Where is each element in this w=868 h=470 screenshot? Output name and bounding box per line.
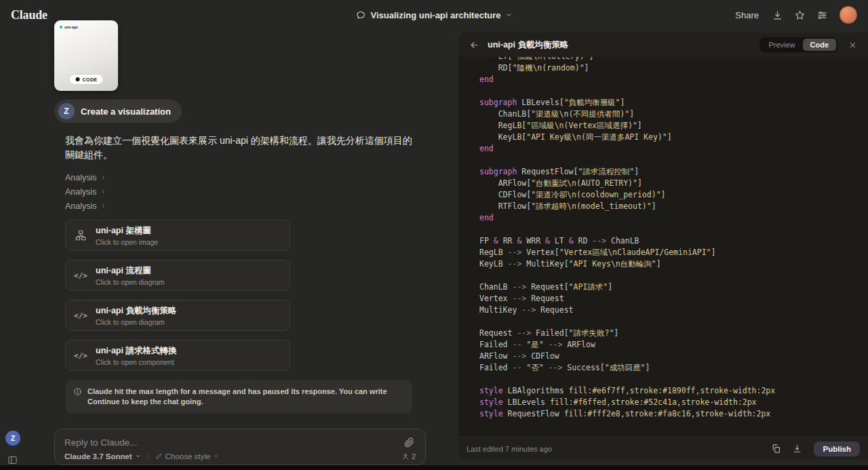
artifact-card-subtitle: Click to open diagram	[96, 318, 176, 326]
preview-code-toggle: Preview Code	[760, 37, 837, 52]
code-line: end	[479, 212, 868, 224]
arrow-left-icon	[469, 40, 479, 50]
style-label: Choose style	[165, 452, 210, 461]
code-line	[479, 224, 868, 235]
copy-icon	[771, 444, 781, 454]
share-button[interactable]: Share	[730, 6, 764, 24]
analysis-toggle[interactable]: Analysis	[65, 184, 426, 199]
sidebar-panel-icon	[7, 455, 18, 465]
composer-input-row	[55, 429, 425, 450]
person-icon	[401, 452, 410, 461]
artifact-card-request-format[interactable]: </> uni-api 請求格式轉換 Click to open compone…	[65, 340, 290, 371]
pen-icon	[155, 452, 163, 460]
max-length-notice: Claude hit the max length for a message …	[65, 380, 412, 414]
user-avatar: Z	[58, 103, 75, 119]
sliders-icon	[816, 9, 828, 21]
close-panel-button[interactable]	[847, 39, 859, 51]
download-code-button[interactable]	[789, 440, 806, 457]
composer-options-row: Claude 3.7 Sonnet Choose style 2	[55, 450, 425, 461]
claude-logo[interactable]: Claude	[11, 8, 47, 22]
composer: Claude 3.7 Sonnet Choose style 2	[54, 429, 426, 465]
download-button[interactable]	[768, 6, 787, 24]
code-line: style LBLevels fill:#f6ffed,stroke:#52c4…	[479, 397, 868, 408]
code-line: ARFlow["自動重試\n(AUTO_RETRY)"]	[479, 178, 868, 189]
chat-title: Visualizing uni-api architecture	[371, 10, 501, 20]
topbar-actions: Share	[730, 6, 857, 24]
chevron-down-icon	[505, 12, 512, 18]
chevron-right-icon	[100, 203, 106, 209]
info-icon	[73, 387, 82, 407]
code-line: FP & RR & WRR & LT & RD --> ChanLB	[479, 235, 868, 247]
window-bottom-edge	[0, 465, 868, 470]
code-line: ARFlow --> CDFlow	[479, 351, 868, 362]
code-line: Request --> Failed["請求失敗?"]	[479, 328, 868, 339]
artifact-card-list: uni-api 架構圖 Click to open image </> uni-…	[65, 220, 290, 371]
code-line	[479, 85, 868, 97]
code-line: Failed -- "是" --> ARFlow	[479, 339, 868, 351]
artifact-panel-footer: Last edited 7 minutes ago Publish	[458, 437, 868, 460]
code-line: end	[479, 143, 868, 155]
analysis-label: Analysis	[65, 201, 97, 211]
copy-button[interactable]	[768, 440, 785, 457]
style-selector[interactable]: Choose style	[155, 452, 219, 461]
user-message: Z Create a visualization	[54, 100, 182, 123]
user-message-text: Create a visualization	[81, 106, 171, 117]
code-line	[479, 316, 868, 328]
download-icon	[772, 9, 783, 21]
divider	[148, 452, 149, 461]
code-line: Vertex --> Request	[479, 293, 868, 305]
star-icon	[794, 9, 806, 21]
code-line: RD["隨機\n(random)"]	[479, 62, 868, 74]
code-line: Failed -- "否" --> Success["成功回應"]	[479, 362, 868, 374]
code-content: LT["抽籤\n(lottery)"] RD["隨機\n(random)"]en…	[479, 57, 868, 420]
notice-text: Claude hit the max length for a message …	[87, 387, 404, 407]
analysis-toggle[interactable]: Analysis	[65, 199, 426, 213]
back-button[interactable]	[468, 39, 481, 52]
github-mark-icon	[75, 77, 81, 82]
artifact-card-architecture[interactable]: uni-api 架構圖 Click to open image	[65, 220, 290, 251]
artifact-card-load-balancing[interactable]: </> uni-api 負載均衡策略 Click to open diagram	[65, 300, 290, 331]
paperclip-icon	[404, 437, 414, 448]
artifact-card-title: uni-api 流程圖	[96, 265, 165, 277]
last-edited-text: Last edited 7 minutes ago	[467, 445, 552, 453]
artifact-card-body: uni-api 架構圖 Click to open image	[96, 225, 165, 246]
tab-preview[interactable]: Preview	[761, 39, 802, 51]
reply-input[interactable]	[64, 437, 403, 448]
code-icon: </>	[66, 271, 96, 280]
collaborator-count: 2	[412, 452, 416, 461]
code-line: KeyLB["API Key級\n(同一渠道多API Key)"]	[479, 132, 868, 143]
analysis-list: Analysis Analysis Analysis	[65, 170, 426, 213]
code-line: ChanLB["渠道級\n(不同提供者間)"]	[479, 109, 868, 120]
tab-code[interactable]: Code	[803, 39, 837, 51]
code-line: RegLB --> Vertex["Vertex區域\nClaudeAPI/Ge…	[479, 247, 868, 258]
code-icon: </>	[66, 311, 96, 320]
attach-file-button[interactable]	[403, 436, 416, 449]
code-line: subgraph RequestFlow["請求流程控制"]	[479, 166, 868, 178]
attachment-preview-card[interactable]: uni-api CODE	[54, 20, 118, 91]
attachment-type-badge: CODE	[69, 74, 104, 85]
code-line: MultiKey --> Request	[479, 305, 868, 316]
code-line: LT["抽籤\n(lottery)"]	[479, 57, 868, 62]
collaborators-button[interactable]: 2	[401, 452, 416, 461]
chat-column: uni-api CODE Z Create a visualization 我會…	[54, 20, 426, 414]
sidebar-user-avatar[interactable]: Z	[5, 431, 20, 446]
code-editor[interactable]: LT["抽籤\n(lottery)"] RD["隨機\n(random)"]en…	[458, 57, 868, 437]
status-dot-icon	[60, 26, 62, 28]
code-icon: </>	[66, 351, 96, 360]
star-button[interactable]	[791, 6, 809, 24]
code-line: end	[479, 74, 868, 85]
settings-sliders-button[interactable]	[813, 6, 831, 24]
code-line: style LBAlgorithms fill:#e6f7ff,stroke:#…	[479, 385, 868, 397]
model-label: Claude 3.7 Sonnet	[64, 452, 132, 461]
analysis-label: Analysis	[65, 173, 97, 182]
account-avatar[interactable]	[840, 6, 857, 24]
chevron-down-icon	[135, 453, 141, 459]
publish-button[interactable]: Publish	[814, 442, 860, 456]
code-line	[479, 270, 868, 281]
artifact-card-flowchart[interactable]: </> uni-api 流程圖 Click to open diagram	[65, 260, 290, 291]
code-line: CDFlow["渠道冷卻\n(cooldown_period)"]	[479, 189, 868, 201]
artifact-card-body: uni-api 請求格式轉換 Click to open component	[96, 345, 183, 366]
model-selector[interactable]: Claude 3.7 Sonnet	[64, 452, 141, 461]
artifact-card-title: uni-api 架構圖	[96, 225, 158, 237]
analysis-toggle[interactable]: Analysis	[65, 170, 426, 184]
